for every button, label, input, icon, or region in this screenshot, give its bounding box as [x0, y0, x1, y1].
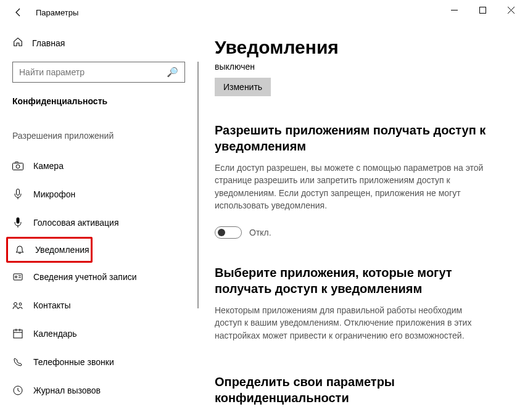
account-icon	[12, 272, 23, 282]
contacts-icon	[12, 301, 23, 310]
sidebar-item-call-history[interactable]: Журнал вызовов	[0, 376, 197, 405]
close-button[interactable]	[497, 0, 525, 20]
section-body: Если доступ разрешен, вы можете с помощь…	[215, 162, 486, 212]
bell-icon	[14, 245, 25, 255]
svg-point-5	[16, 165, 20, 168]
status-text: выключен	[215, 62, 506, 72]
home-nav[interactable]: Главная	[12, 31, 185, 56]
nav-label: Камера	[33, 161, 64, 171]
sidebar-item-notifications[interactable]: Уведомления	[6, 237, 93, 263]
page-title: Уведомления	[215, 37, 506, 58]
sidebar-subhead: Разрешения приложений	[12, 131, 185, 141]
allow-apps-toggle[interactable]	[215, 226, 242, 239]
nav-label: Контакты	[33, 300, 70, 310]
section-heading: Определить свои параметры конфиденциальн…	[215, 374, 506, 406]
back-button[interactable]	[6, 0, 31, 25]
nav-label: Календарь	[33, 329, 77, 339]
content-pane: Уведомления выключен Изменить Разрешить …	[197, 25, 525, 420]
sidebar-item-calendar[interactable]: Календарь	[0, 319, 197, 348]
voice-icon	[12, 217, 23, 228]
nav-label: Сведения учетной записи	[33, 272, 137, 282]
search-input[interactable]: 🔍	[12, 62, 185, 83]
calendar-icon	[12, 329, 23, 339]
maximize-button[interactable]	[468, 0, 497, 20]
category-heading: Конфиденциальность	[12, 96, 185, 106]
home-label: Главная	[32, 38, 65, 48]
sidebar-item-camera[interactable]: Камера	[0, 152, 197, 180]
svg-rect-6	[15, 162, 18, 163]
sidebar-item-microphone[interactable]: Микрофон	[0, 180, 197, 208]
svg-rect-1	[479, 7, 486, 13]
search-field[interactable]	[19, 67, 167, 77]
svg-point-10	[15, 276, 17, 278]
section-heading: Выберите приложения, которые могут получ…	[215, 265, 506, 297]
sidebar-item-account-info[interactable]: Сведения учетной записи	[0, 263, 197, 291]
svg-rect-7	[17, 189, 20, 196]
search-icon: 🔍	[167, 67, 178, 78]
home-icon	[12, 36, 23, 50]
section-allow-apps: Разрешить приложениям получать доступ к …	[215, 122, 506, 239]
sidebar-item-contacts[interactable]: Контакты	[0, 291, 197, 319]
minimize-button[interactable]	[440, 0, 468, 20]
svg-rect-8	[17, 218, 20, 224]
nav-label: Микрофон	[33, 189, 75, 199]
phone-icon	[12, 357, 23, 367]
sidebar: Главная 🔍 Конфиденциальность Разрешения …	[0, 25, 197, 420]
nav-label: Телефонные звонки	[33, 357, 114, 367]
section-body: Некоторым приложениям для правильной раб…	[215, 304, 486, 342]
sidebar-item-phone-calls[interactable]: Телефонные звонки	[0, 348, 197, 376]
svg-rect-15	[14, 330, 22, 338]
section-privacy-params: Определить свои параметры конфиденциальн…	[215, 374, 506, 406]
section-choose-apps: Выберите приложения, которые могут получ…	[215, 265, 506, 342]
scrollbar[interactable]	[197, 62, 199, 308]
svg-point-13	[14, 303, 17, 306]
sidebar-item-voice-activation[interactable]: Голосовая активация	[0, 208, 197, 237]
mic-icon	[12, 189, 23, 200]
toggle-label: Откл.	[249, 228, 271, 237]
svg-point-14	[19, 303, 22, 305]
nav-label: Голосовая активация	[33, 218, 119, 228]
nav-label: Журнал вызовов	[33, 385, 101, 395]
camera-icon	[12, 162, 23, 170]
section-heading: Разрешить приложениям получать доступ к …	[215, 122, 506, 154]
svg-rect-4	[13, 163, 23, 170]
history-icon	[12, 385, 23, 395]
window-title: Параметры	[36, 8, 78, 17]
change-button[interactable]: Изменить	[215, 78, 271, 96]
nav-label: Уведомления	[35, 245, 89, 255]
